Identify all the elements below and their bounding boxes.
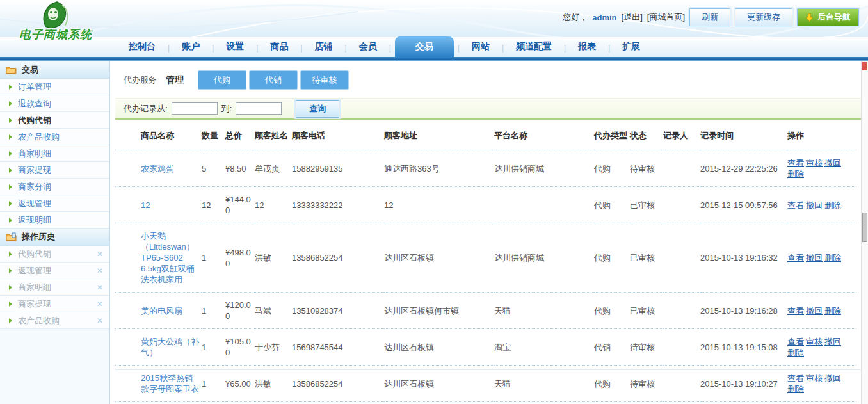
close-icon[interactable]: ✕	[97, 266, 103, 275]
action-link[interactable]: 审核	[806, 158, 823, 168]
close-icon[interactable]: ✕	[97, 283, 103, 292]
cell-name[interactable]: 2015秋季热销款字母图案卫衣	[115, 366, 202, 402]
record-to-input[interactable]	[236, 102, 282, 115]
nav-tab-11[interactable]: 扩展	[610, 37, 652, 57]
main-content: 代办服务 管理 代购代销待审核 代办记录从: 到: 查询 商品名称数量总价顾客姓…	[110, 61, 868, 404]
action-link[interactable]: 删除	[787, 169, 804, 179]
action-link[interactable]: 撤回	[824, 158, 841, 168]
toolbar-button-1[interactable]: 代购	[198, 70, 246, 90]
action-link[interactable]: 删除	[824, 200, 841, 210]
cell-actions: 查看审核撤回删除	[787, 150, 856, 187]
cell-address: 达川区石板镇何市镇	[384, 293, 494, 329]
nav-tab-3[interactable]: 设置	[214, 37, 256, 57]
sidebar-item[interactable]: 返现管理	[0, 195, 109, 212]
nav-tab-2[interactable]: 账户	[170, 37, 212, 57]
action-link[interactable]: 删除	[787, 348, 804, 357]
nav-tab-4[interactable]: 商品	[258, 37, 300, 57]
sidebar-item[interactable]: 代购代销	[0, 112, 109, 129]
sidebar-item[interactable]: 代购代销✕	[0, 246, 109, 263]
nav-tab-5[interactable]: 店铺	[303, 37, 345, 57]
sidebar-item[interactable]: 商家提现✕	[0, 296, 109, 312]
bullet-arrow-icon	[9, 201, 12, 206]
sidebar-item[interactable]: 农产品收购	[0, 129, 109, 145]
refresh-button[interactable]: 刷新	[689, 8, 730, 26]
content-divider	[115, 369, 865, 370]
backend-nav-button[interactable]: 后台导航	[797, 8, 859, 26]
close-icon[interactable]: ✕	[97, 250, 103, 259]
sidebar-item-label: 农产品收购	[18, 131, 60, 143]
scrollbar-thumb[interactable]	[862, 213, 867, 242]
cell-price: ¥8.50	[225, 150, 255, 187]
column-header: 操作	[787, 122, 856, 150]
action-link[interactable]: 审核	[806, 373, 823, 383]
cell-name[interactable]: 12	[115, 187, 202, 223]
action-link[interactable]: 撤回	[824, 337, 841, 346]
action-link[interactable]: 撤回	[806, 200, 823, 210]
action-link[interactable]: 删除	[824, 306, 841, 316]
cell-recorder	[663, 329, 700, 366]
close-icon[interactable]: ✕	[97, 316, 103, 325]
sidebar-section-title: 操作历史	[22, 231, 55, 243]
action-link[interactable]: 撤回	[806, 306, 823, 316]
cell-actions: 查看撤回删除	[787, 223, 856, 293]
record-from-input[interactable]	[172, 102, 218, 115]
sidebar-item[interactable]: 农产品收购✕	[0, 312, 109, 329]
sidebar-item[interactable]: 商家明细	[0, 145, 109, 162]
sidebar-item[interactable]: 订单管理	[0, 79, 109, 95]
content-toolbar: 代办服务 管理 代购代销待审核	[115, 61, 868, 98]
sidebar-section-header[interactable]: 交易	[0, 61, 109, 79]
action-link[interactable]: 查看	[787, 306, 804, 316]
action-link[interactable]: 删除	[824, 253, 841, 263]
action-link[interactable]: 审核	[806, 337, 823, 346]
action-link[interactable]: 查看	[787, 200, 804, 210]
nav-tab-10[interactable]: 报表	[566, 37, 608, 57]
nav-tab-6[interactable]: 会员	[347, 37, 389, 57]
action-link[interactable]: 撤回	[824, 373, 841, 383]
action-link[interactable]: 查看	[787, 253, 804, 263]
sidebar-item-label: 返现明细	[18, 214, 51, 226]
scroll-top-button[interactable]	[862, 62, 867, 70]
cell-status: 待审核	[630, 329, 663, 366]
cell-qty: 1	[202, 223, 225, 293]
service-label: 代办服务	[124, 74, 157, 86]
user-area: 您好， admin [退出] [商城首页] 刷新 更新缓存 后台导航	[563, 8, 859, 26]
username[interactable]: admin	[592, 13, 616, 22]
nav-tab-8[interactable]: 网站	[460, 37, 502, 57]
query-button[interactable]: 查询	[296, 100, 339, 118]
sidebar-item[interactable]: 返现管理✕	[0, 263, 109, 279]
nav-tab-1[interactable]: 控制台	[117, 37, 168, 57]
scrollbar-track[interactable]	[861, 61, 868, 404]
cell-name[interactable]: 美的电风扇	[115, 293, 202, 329]
close-icon[interactable]: ✕	[97, 300, 103, 309]
action-link[interactable]: 查看	[787, 373, 804, 383]
column-header: 商品名称	[115, 122, 202, 150]
action-link[interactable]: 删除	[787, 384, 804, 394]
nav-tab-7[interactable]: 交易	[395, 36, 454, 57]
cell-time: 2015-10-13 19:15:08	[700, 329, 787, 366]
sidebar-item[interactable]: 返现明细	[0, 212, 109, 229]
cell-platform: 天猫	[494, 293, 594, 329]
toolbar-button-3[interactable]: 待审核	[300, 70, 349, 90]
nav-tab-9[interactable]: 频道配置	[504, 37, 564, 57]
action-link[interactable]: 查看	[787, 337, 804, 346]
action-link[interactable]: 撤回	[806, 253, 823, 263]
cell-name[interactable]: 农家鸡蛋	[115, 150, 202, 187]
cell-name[interactable]: 小天鹅（Littleswan）TP65-S602 6.5kg双缸双桶洗衣机家用	[115, 223, 202, 293]
sidebar-item[interactable]: 退款查询	[0, 95, 109, 112]
update-cache-button[interactable]: 更新缓存	[735, 8, 792, 26]
action-link[interactable]: 查看	[787, 158, 804, 168]
cell-address: 达川区石板镇	[384, 223, 494, 293]
tab-separator: |	[389, 44, 391, 57]
logout-link[interactable]: [退出]	[622, 12, 643, 23]
sidebar-item[interactable]: 商家分润	[0, 179, 109, 195]
sidebar-item[interactable]: 商家明细✕	[0, 279, 109, 296]
cell-recorder	[663, 366, 700, 402]
cell-name[interactable]: 黄妈大公鸡（补气）	[115, 329, 202, 366]
mall-home-link[interactable]: [商城首页]	[647, 12, 685, 23]
sidebar-section-header[interactable]: 操作历史	[0, 229, 109, 246]
toolbar-button-2[interactable]: 代销	[249, 70, 298, 90]
cell-price: ¥498.00	[225, 223, 255, 293]
cell-actions: 查看撤回删除	[787, 293, 856, 329]
page-body: 交易订单管理退款查询代购代销农产品收购商家明细商家提现商家分润返现管理返现明细操…	[0, 61, 868, 404]
sidebar-item[interactable]: 商家提现	[0, 162, 109, 179]
